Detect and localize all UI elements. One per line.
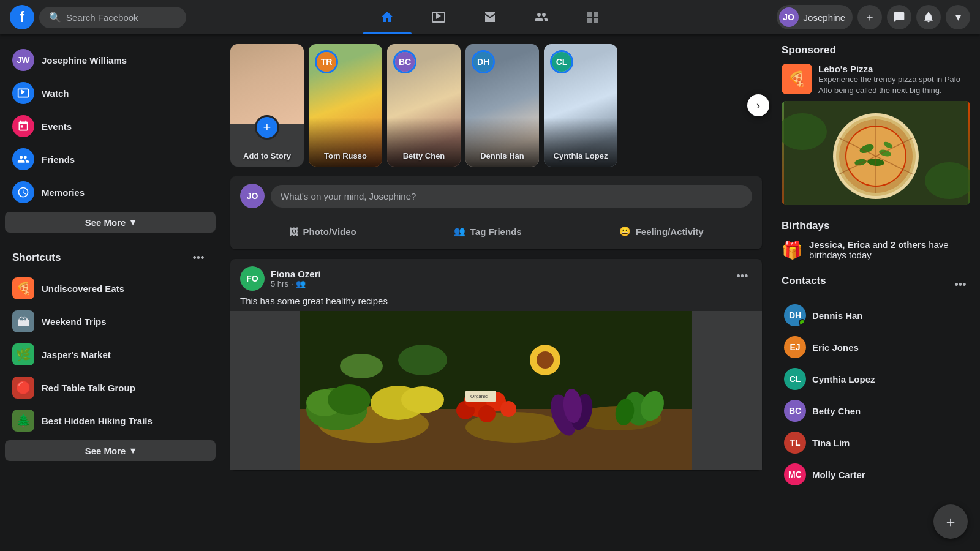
post-1-more-button[interactable]: ••• — [733, 266, 752, 286]
post-1-author-info: FO Fiona Ozeri 5 hrs · 👥 — [240, 266, 321, 291]
betty-chen-contact-avatar: BC — [784, 400, 806, 422]
shortcut-hidden-hiking-label: Best Hidden Hiking Trails — [42, 416, 153, 426]
post-box: JO What's on your mind, Josephine? 🖼 Pho… — [230, 176, 762, 249]
sidebar-memories-label: Memories — [42, 187, 85, 198]
sidebar-friends-label: Friends — [42, 154, 75, 165]
contacts-menu-button[interactable]: ••• — [951, 275, 970, 294]
see-more-button[interactable]: See More ▾ — [5, 212, 216, 233]
post-1-meta: 5 hrs · 👥 — [271, 279, 321, 288]
user-chip[interactable]: JO Josephine — [777, 5, 853, 29]
contact-molly-carter-name: Molly Carter — [812, 470, 865, 480]
birthdays-section: Birthdays 🎁 Jessica, Erica and 2 others … — [782, 220, 970, 260]
contact-dennis-han[interactable]: DH Dennis Han — [782, 299, 970, 331]
online-indicator — [799, 319, 806, 326]
shortcut-red-table-talk[interactable]: 🔴 Red Table Talk Group — [5, 372, 216, 403]
ad-logo-lebos: 🍕 — [782, 64, 812, 94]
shortcut-jaspers-market[interactable]: 🌿 Jasper's Market — [5, 339, 216, 370]
nav-tab-home[interactable] — [363, 5, 412, 29]
contacts-header: Contacts ••• — [782, 275, 970, 294]
facebook-logo[interactable]: f — [10, 5, 34, 29]
undiscovered-eats-icon: 🍕 — [12, 277, 34, 299]
create-button[interactable]: ＋ — [858, 5, 882, 29]
shortcut-undiscovered-eats-label: Undiscovered Eats — [42, 283, 124, 294]
tag-friends-button[interactable]: 👥 Tag Friends — [444, 221, 532, 242]
story-dennis-han[interactable]: DH Dennis Han — [466, 44, 539, 167]
dennis-han-avatar: DH — [472, 50, 495, 73]
cynthia-lopez-contact-avatar: CL — [784, 368, 806, 390]
story-cynthia-lopez-label: Cynthia Lopez — [544, 151, 617, 160]
post-1-time: 5 hrs — [271, 279, 288, 288]
shortcut-weekend-trips[interactable]: 🏔 Weekend Trips — [5, 305, 216, 337]
contact-molly-carter[interactable]: MC Molly Carter — [782, 459, 970, 490]
sidebar-item-events[interactable]: Events — [5, 110, 216, 142]
weekend-trips-icon: 🏔 — [12, 310, 34, 332]
contact-tina-lim-name: Tina Lim — [812, 438, 850, 448]
contact-tina-lim[interactable]: TL Tina Lim — [782, 427, 970, 459]
ad-name-lebos: Lebo's Pizza — [818, 64, 970, 74]
photo-video-button[interactable]: 🖼 Photo/Video — [279, 221, 366, 242]
cynthia-lopez-avatar: CL — [550, 50, 573, 73]
new-chat-icon: ＋ — [943, 512, 958, 531]
post-input[interactable]: What's on your mind, Josephine? — [271, 185, 752, 208]
svg-text:Organic: Organic — [470, 394, 488, 399]
post-1-author-name: Fiona Ozeri — [271, 269, 321, 279]
sidebar-item-user[interactable]: JW Josephine Williams — [5, 44, 216, 76]
new-chat-button[interactable]: ＋ — [933, 504, 968, 539]
nav-tab-marketplace[interactable] — [466, 5, 514, 29]
messenger-button[interactable] — [887, 5, 911, 29]
sidebar-item-friends[interactable]: Friends — [5, 143, 216, 175]
memories-icon — [12, 181, 34, 203]
shortcut-undiscovered-eats[interactable]: 🍕 Undiscovered Eats — [5, 272, 216, 304]
ad-image-lebos[interactable] — [782, 101, 970, 205]
sidebar-watch-label: Watch — [42, 88, 69, 99]
nav-tab-groups[interactable] — [517, 5, 566, 29]
post-actions: 🖼 Photo/Video 👥 Tag Friends 😀 Feeling/Ac… — [240, 216, 752, 242]
tag-friends-icon: 👥 — [454, 226, 466, 237]
birthday-names: Jessica, Erica — [809, 239, 870, 250]
add-story-card[interactable]: + Add to Story — [230, 44, 304, 167]
contact-cynthia-lopez[interactable]: CL Cynthia Lopez — [782, 363, 970, 395]
eric-jones-contact-avatar: EJ — [784, 336, 806, 358]
svg-point-12 — [478, 405, 496, 422]
fiona-ozeri-avatar: FO — [240, 266, 265, 291]
chevron-down-icon: ▾ — [130, 217, 135, 228]
feeling-button[interactable]: 😀 Feeling/Activity — [609, 221, 714, 242]
search-bar[interactable]: 🔍 — [39, 7, 186, 28]
svg-point-9 — [401, 386, 444, 413]
tag-friends-label: Tag Friends — [470, 227, 522, 237]
story-betty-chen[interactable]: BC Betty Chen — [387, 44, 461, 167]
story-cynthia-lopez[interactable]: CL Cynthia Lopez — [544, 44, 617, 167]
sidebar-item-memories[interactable]: Memories — [5, 176, 216, 208]
birthday-and: and — [872, 239, 890, 250]
search-input[interactable] — [66, 12, 176, 23]
shortcuts-menu-button[interactable]: ••• — [189, 248, 208, 268]
sponsored-section: Sponsored 🍕 Lebo's Pizza Experience the … — [782, 44, 970, 205]
nav-tab-watch[interactable] — [414, 5, 463, 29]
sidebar-item-watch[interactable]: Watch — [5, 77, 216, 109]
contact-betty-chen[interactable]: BC Betty Chen — [782, 395, 970, 427]
stories-next-button[interactable]: › — [747, 94, 769, 116]
menu-button[interactable]: ▾ — [946, 5, 970, 29]
birthday-text: Jessica, Erica and 2 others have birthda… — [809, 239, 970, 260]
sidebar-left: JW Josephine Williams Watch Events Frien… — [0, 34, 221, 551]
add-story-button[interactable]: + — [255, 115, 279, 140]
topnav-left: f 🔍 — [10, 5, 218, 29]
svg-point-25 — [340, 354, 383, 378]
story-tom-russo[interactable]: TR Tom Russo — [309, 44, 382, 167]
post-input-row: JO What's on your mind, Josephine? — [240, 184, 752, 208]
nav-tab-pages[interactable] — [568, 5, 617, 29]
user-sidebar-avatar: JW — [12, 49, 34, 71]
dennis-han-contact-avatar: DH — [784, 304, 806, 326]
see-more-shortcuts-button[interactable]: See More ▾ — [5, 440, 216, 461]
watch-icon — [12, 82, 34, 104]
tom-russo-avatar: TR — [315, 50, 338, 73]
contact-eric-jones[interactable]: EJ Eric Jones — [782, 331, 970, 363]
betty-chen-avatar: BC — [393, 50, 417, 73]
contact-cynthia-lopez-name: Cynthia Lopez — [812, 374, 875, 384]
post-placeholder: What's on your mind, Josephine? — [281, 191, 416, 201]
shortcut-hidden-hiking[interactable]: 🌲 Best Hidden Hiking Trails — [5, 405, 216, 437]
sidebar-events-label: Events — [42, 121, 72, 132]
notifications-button[interactable] — [916, 5, 941, 29]
shortcut-red-table-talk-label: Red Table Talk Group — [42, 383, 135, 393]
chevron-down-shortcuts-icon: ▾ — [130, 445, 135, 456]
